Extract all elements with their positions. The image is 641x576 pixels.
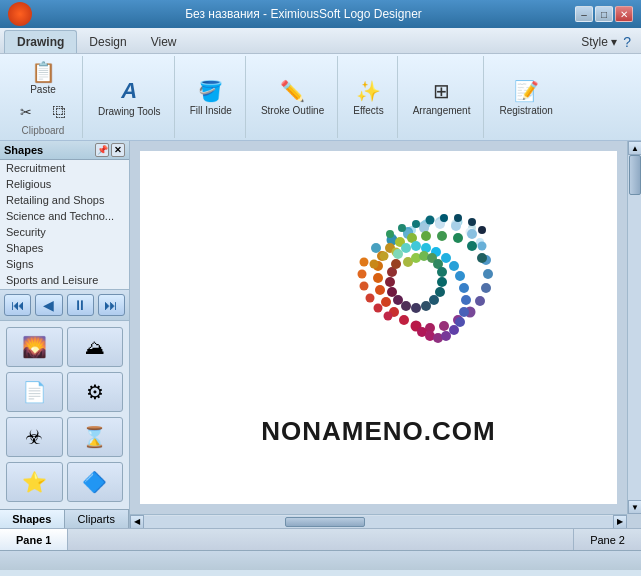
fill-inside-button[interactable]: 🪣 Fill Inside	[183, 75, 239, 120]
svg-point-90	[393, 295, 403, 305]
list-item-retailing[interactable]: Retailing and Shops	[0, 192, 129, 208]
scroll-left-button[interactable]: ◀	[130, 515, 144, 529]
panel-header: Shapes 📌 ✕	[0, 141, 129, 160]
shape-icon-btn[interactable]: 🌄	[6, 327, 63, 367]
svg-point-86	[429, 295, 439, 305]
svg-point-94	[391, 259, 401, 269]
svg-point-70	[386, 230, 394, 238]
logo-text: NONAMENO.COM	[261, 416, 495, 447]
tab-pane1[interactable]: Pane 1	[0, 529, 68, 550]
svg-point-22	[481, 283, 491, 293]
svg-point-52	[369, 260, 378, 269]
close-button[interactable]: ✕	[615, 6, 633, 22]
svg-point-74	[440, 214, 448, 222]
svg-point-31	[381, 297, 391, 307]
paste-button[interactable]: 📋 Paste	[23, 58, 63, 99]
toolbar-drawing-group: A Drawing Tools	[85, 56, 175, 138]
svg-point-61	[459, 283, 469, 293]
shape-icon-btn[interactable]: 🔷	[67, 462, 124, 502]
shape-icon-btn[interactable]: ⚙	[67, 372, 124, 412]
svg-point-47	[365, 294, 374, 303]
scroll-thumb-horizontal[interactable]	[285, 517, 365, 527]
svg-point-46	[359, 282, 368, 291]
title-bar-buttons: – □ ✕	[575, 6, 633, 22]
app-logo	[8, 2, 32, 26]
next-button[interactable]: ⏭	[98, 294, 125, 316]
style-button[interactable]: Style ▾ ?	[575, 32, 637, 52]
canvas-scrollbar-horizontal[interactable]: ◀ ▶	[130, 514, 627, 528]
svg-point-49	[383, 312, 392, 321]
stroke-outline-icon: ✏️	[280, 79, 305, 103]
first-button[interactable]: ⏮	[4, 294, 31, 316]
svg-point-45	[357, 270, 366, 279]
svg-point-89	[401, 301, 411, 311]
shape-icon-btn[interactable]: ⭐	[6, 462, 63, 502]
help-icon[interactable]: ?	[623, 34, 631, 50]
dot-pattern	[264, 208, 494, 408]
effects-button[interactable]: ✨ Effects	[346, 75, 390, 120]
svg-point-57	[449, 325, 459, 335]
registration-button[interactable]: 📝 Registration	[492, 75, 559, 120]
svg-point-51	[379, 252, 388, 261]
scroll-up-button[interactable]: ▲	[628, 141, 641, 155]
svg-point-56	[441, 331, 451, 341]
prev-button[interactable]: ◀	[35, 294, 62, 316]
svg-point-48	[373, 304, 382, 313]
canvas-area[interactable]: NONAMENO.COM ▲ ▼ ◀ ▶	[130, 141, 641, 528]
svg-point-71	[398, 224, 406, 232]
toolbar-effects-group: ✨ Effects	[340, 56, 397, 138]
tab-view[interactable]: View	[139, 31, 189, 53]
svg-point-62	[455, 271, 465, 281]
clipboard-label: Clipboard	[22, 125, 65, 136]
svg-point-44	[359, 258, 368, 267]
svg-point-77	[478, 226, 486, 234]
svg-point-83	[437, 267, 447, 277]
shape-icon-btn[interactable]: ☣	[6, 417, 63, 457]
list-item[interactable]: Security	[0, 224, 129, 240]
copy-button[interactable]: ⿻	[44, 101, 76, 123]
svg-point-39	[421, 231, 431, 241]
toolbar-arrangement-group: ⊞ Arrangement	[400, 56, 485, 138]
pause-button[interactable]: ⏸	[67, 294, 94, 316]
toolbar-fill-group: 🪣 Fill Inside	[177, 56, 246, 138]
svg-point-67	[411, 241, 421, 251]
maximize-button[interactable]: □	[595, 6, 613, 22]
scroll-right-button[interactable]: ▶	[613, 515, 627, 529]
svg-point-76	[468, 218, 476, 226]
shape-icon-btn[interactable]: ⛰	[67, 327, 124, 367]
svg-point-88	[411, 303, 421, 313]
svg-point-69	[393, 249, 403, 259]
scroll-track-vertical[interactable]	[628, 155, 641, 500]
drawing-tools-button[interactable]: A Drawing Tools	[91, 74, 168, 121]
scroll-thumb-vertical[interactable]	[629, 155, 641, 195]
svg-point-32	[375, 285, 385, 295]
list-item[interactable]: Recruitment	[0, 160, 129, 176]
tab-design[interactable]: Design	[77, 31, 138, 53]
tab-pane2[interactable]: Pane 2	[573, 529, 641, 550]
shape-icon-btn[interactable]: 📄	[6, 372, 63, 412]
scroll-down-button[interactable]: ▼	[628, 500, 641, 514]
shape-grid: 🌄 ⛰ 📄 ⚙ ☣ ⌛ ⭐ 🔷	[0, 321, 129, 509]
svg-point-60	[461, 295, 471, 305]
svg-point-42	[467, 241, 477, 251]
minimize-button[interactable]: –	[575, 6, 593, 22]
list-item[interactable]: Sports and Leisure	[0, 272, 129, 288]
list-item[interactable]: Religious	[0, 176, 129, 192]
svg-point-59	[459, 307, 469, 317]
arrangement-button[interactable]: ⊞ Arrangement	[406, 75, 478, 120]
panel-pin-button[interactable]: 📌	[95, 143, 109, 157]
svg-point-73	[425, 216, 434, 225]
list-item[interactable]: Shapes	[0, 240, 129, 256]
panel-close-button[interactable]: ✕	[111, 143, 125, 157]
stroke-outline-button[interactable]: ✏️ Stroke Outline	[254, 75, 331, 120]
tab-cliparts[interactable]: Cliparts	[65, 510, 130, 528]
scroll-track-horizontal[interactable]	[144, 516, 613, 528]
list-item[interactable]: Science and Techno...	[0, 208, 129, 224]
canvas-white: NONAMENO.COM	[140, 151, 617, 504]
canvas-scrollbar-vertical[interactable]: ▲ ▼	[627, 141, 641, 514]
tab-drawing[interactable]: Drawing	[4, 30, 77, 53]
shape-icon-btn[interactable]: ⌛	[67, 417, 124, 457]
list-item[interactable]: Signs	[0, 256, 129, 272]
tab-shapes[interactable]: Shapes	[0, 510, 65, 528]
cut-button[interactable]: ✂	[10, 101, 42, 123]
